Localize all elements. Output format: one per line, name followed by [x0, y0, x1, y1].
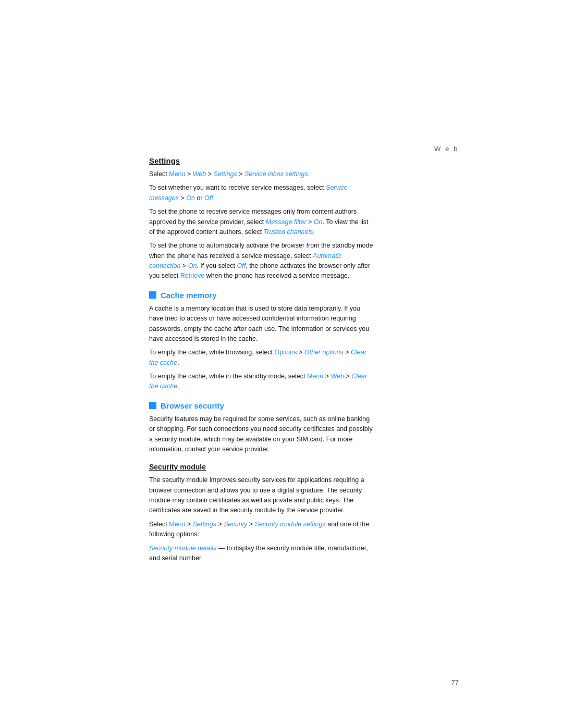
- off2-link: Off: [237, 262, 246, 269]
- service-messages-link: Service messages: [149, 184, 348, 201]
- module-settings-link: Security module settings: [255, 521, 326, 528]
- settings-para4: To set the phone to automatically activa…: [149, 241, 373, 281]
- page-container: W e b Settings Select Menu > Web > Setti…: [0, 0, 563, 728]
- page-number: 77: [451, 678, 459, 686]
- on2-link: On: [314, 218, 323, 226]
- cache-memory-heading-container: Cache memory: [149, 291, 373, 300]
- menu-link: Menu: [169, 170, 185, 178]
- browser-security-section: Browser security Security features may b…: [149, 401, 373, 455]
- page-section-label: W e b: [434, 145, 459, 153]
- browser-security-icon: [149, 402, 156, 409]
- browser-security-title: Browser security: [161, 401, 224, 410]
- web2-link: Web: [331, 373, 344, 380]
- settings-title: Settings: [149, 156, 373, 165]
- cache-memory-title: Cache memory: [161, 291, 217, 300]
- settings-section: Settings Select Menu > Web > Settings > …: [149, 156, 373, 281]
- web-link: Web: [193, 170, 206, 178]
- off-link: Off: [204, 194, 213, 202]
- settings2-link: Settings: [193, 521, 216, 528]
- menu2-link: Menu: [307, 373, 323, 380]
- msg-filter-link: Message filter: [266, 218, 307, 226]
- browser-security-heading-container: Browser security: [149, 401, 373, 410]
- settings-link: Settings: [213, 170, 237, 178]
- content-area: Settings Select Menu > Web > Settings > …: [149, 156, 373, 567]
- security-module-para2: Select Menu > Settings > Security > Secu…: [149, 520, 373, 540]
- browser-security-para1: Security features may be required for so…: [149, 414, 373, 455]
- inbox-link: Service inbox settings: [244, 170, 308, 178]
- cache-memory-para1: A cache is a memory location that is use…: [149, 304, 373, 344]
- security-link: Security: [224, 521, 247, 528]
- trusted-link: Trusted channels: [264, 228, 313, 236]
- cache-memory-section: Cache memory A cache is a memory locatio…: [149, 291, 373, 392]
- cache-memory-para2: To empty the cache, while browsing, sele…: [149, 348, 373, 368]
- settings-para3: To set the phone to receive service mess…: [149, 207, 373, 237]
- settings-para1: Select Menu > Web > Settings > Service i…: [149, 169, 373, 179]
- on-link: On: [186, 194, 195, 202]
- security-module-para3: Security module details — to display the…: [149, 544, 373, 564]
- security-module-title: Security module: [149, 463, 373, 471]
- other-options-link: Other options: [304, 349, 344, 356]
- menu3-link: Menu: [169, 521, 185, 528]
- settings-para2: To set whether you want to receive servi…: [149, 183, 373, 203]
- auto-conn-link: Automatic connection: [149, 252, 342, 269]
- on3-link: On: [188, 262, 197, 269]
- cache-memory-icon: [149, 291, 156, 299]
- retrieve-link: Retrieve: [180, 272, 205, 279]
- cache-memory-para3: To empty the cache, while in the standby…: [149, 372, 373, 392]
- security-module-section: Security module The security module impr…: [149, 463, 373, 563]
- module-details-link: Security module details: [149, 545, 216, 552]
- options-link: Options: [274, 349, 297, 356]
- security-module-para1: The security module improves security se…: [149, 475, 373, 516]
